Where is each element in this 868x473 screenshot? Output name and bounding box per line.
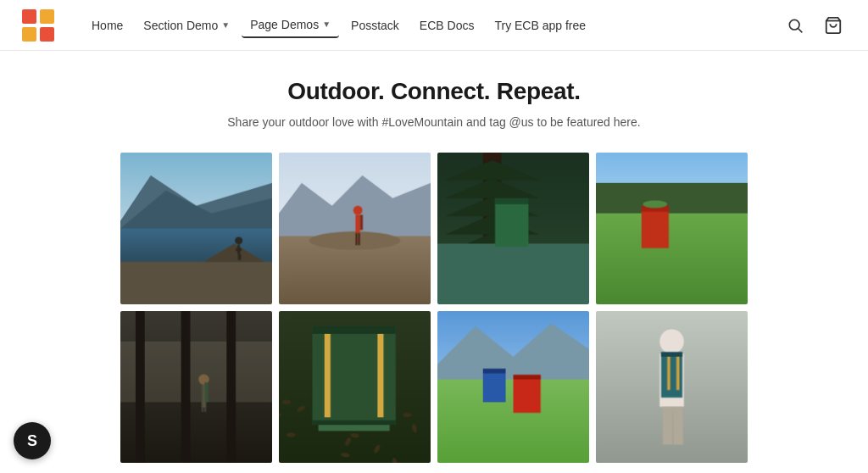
image-grid — [120, 153, 748, 463]
nav-item-section-demo[interactable]: Section Demo ▼ — [135, 14, 238, 37]
chevron-down-icon: ▼ — [221, 20, 230, 30]
cart-icon — [824, 16, 843, 35]
grid-image — [437, 153, 589, 304]
grid-item[interactable] — [279, 311, 431, 463]
nav-item-try-ecb[interactable]: Try ECB app free — [486, 14, 594, 37]
svg-rect-3 — [40, 27, 54, 42]
nav-item-home[interactable]: Home — [83, 14, 131, 37]
grid-item[interactable] — [596, 311, 748, 463]
svg-point-4 — [789, 19, 799, 30]
grid-item[interactable] — [596, 153, 748, 304]
nav-item-page-demos[interactable]: Page Demos ▼ — [242, 13, 339, 38]
grid-image — [120, 153, 272, 304]
header-actions — [782, 11, 848, 40]
shopify-badge[interactable]: S — [14, 422, 51, 459]
grid-image — [279, 153, 431, 304]
grid-image — [279, 311, 431, 463]
svg-rect-2 — [22, 27, 36, 42]
grid-item[interactable] — [120, 311, 272, 463]
main-nav: Home Section Demo ▼ Page Demos ▼ Posstac… — [83, 13, 782, 38]
search-button[interactable] — [782, 12, 809, 39]
page-subtitle: Share your outdoor love with #LoveMounta… — [227, 115, 640, 129]
grid-image — [120, 311, 272, 463]
nav-item-posstack[interactable]: Posstack — [342, 14, 408, 37]
svg-line-5 — [798, 28, 803, 32]
site-header: Home Section Demo ▼ Page Demos ▼ Posstac… — [0, 0, 868, 51]
shopify-icon: S — [27, 432, 37, 450]
grid-item[interactable] — [279, 153, 431, 304]
page-title: Outdoor. Connect. Repeat. — [287, 78, 581, 105]
grid-item[interactable] — [120, 153, 272, 304]
chevron-down-icon: ▼ — [322, 19, 331, 29]
grid-image — [596, 153, 748, 304]
svg-rect-0 — [22, 9, 36, 24]
search-icon — [787, 17, 804, 34]
logo[interactable] — [20, 8, 56, 43]
grid-item[interactable] — [437, 153, 589, 304]
grid-item[interactable] — [437, 311, 589, 463]
cart-button[interactable] — [819, 11, 848, 40]
grid-image — [596, 311, 748, 463]
grid-image — [437, 311, 589, 463]
svg-rect-1 — [40, 9, 54, 24]
main-content: Outdoor. Connect. Repeat. Share your out… — [0, 51, 868, 473]
nav-item-ecb-docs[interactable]: ECB Docs — [411, 14, 483, 37]
